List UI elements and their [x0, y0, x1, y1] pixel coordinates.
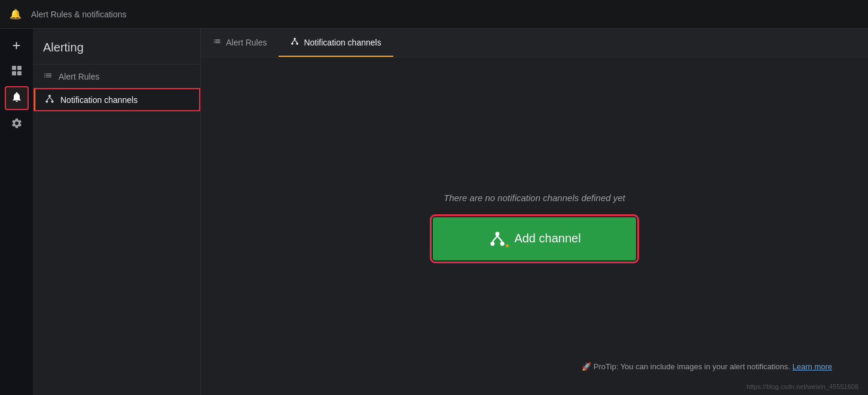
tab-notification-channels-label: Notification channels — [304, 38, 381, 47]
svg-rect-1 — [17, 66, 22, 70]
svg-point-5 — [45, 101, 48, 103]
svg-line-12 — [292, 40, 295, 43]
bell-icon-top: 🔔 — [10, 8, 22, 20]
sidebar-item-alerting[interactable] — [5, 86, 29, 110]
sub-sidebar: Alerting Alert Rules Notification channe… — [33, 29, 201, 395]
page-content: There are no notification channels defin… — [201, 57, 868, 395]
main-layout: + — [0, 29, 868, 395]
url-watermark: https://blog.csdn.net/weixin_45551608 — [747, 383, 858, 390]
empty-state: There are no notification channels defin… — [433, 193, 636, 260]
protip: 🚀 ProTip: You can include images in your… — [582, 362, 832, 371]
tab-notification-channels[interactable]: Notification channels — [279, 29, 393, 57]
sub-sidebar-title: Alerting — [33, 29, 200, 65]
protip-text: 🚀 ProTip: You can include images in your… — [582, 362, 790, 371]
list-icon — [43, 71, 53, 82]
sidebar-notification-channels-label: Notification channels — [60, 95, 137, 105]
svg-rect-2 — [12, 71, 16, 75]
svg-point-15 — [491, 241, 495, 245]
svg-rect-0 — [12, 66, 16, 70]
icon-rail: + — [0, 29, 33, 395]
tab-alert-rules[interactable]: Alert Rules — [201, 29, 279, 57]
add-plus-badge: + — [505, 242, 510, 250]
sidebar-item-alert-rules[interactable]: Alert Rules — [33, 65, 200, 88]
grid-icon — [11, 65, 23, 80]
svg-point-4 — [48, 95, 51, 97]
svg-line-13 — [295, 40, 297, 43]
tabs-bar: Alert Rules Notification channels — [201, 29, 868, 57]
add-channel-button[interactable]: + Add channel — [433, 217, 636, 260]
tab-alert-rules-icon — [213, 37, 221, 47]
tab-channel-icon — [291, 37, 299, 47]
top-bar: 🔔 Alert Rules & notifications — [0, 0, 868, 29]
svg-line-17 — [493, 236, 497, 241]
sidebar-item-settings[interactable] — [5, 113, 29, 136]
svg-line-7 — [47, 97, 50, 100]
breadcrumb: 🔔 Alert Rules & notifications — [10, 8, 127, 20]
gear-icon — [11, 117, 23, 132]
bell-icon — [11, 91, 23, 106]
svg-rect-3 — [17, 71, 22, 75]
learn-more-link[interactable]: Learn more — [793, 362, 832, 371]
sidebar-item-notification-channels[interactable]: Notification channels — [33, 88, 200, 111]
svg-point-9 — [294, 38, 297, 40]
plus-icon: + — [12, 37, 20, 54]
sidebar-alert-rules-label: Alert Rules — [59, 72, 99, 81]
tab-alert-rules-label: Alert Rules — [226, 38, 267, 47]
channel-icon-sidebar — [45, 94, 54, 105]
empty-state-text: There are no notification channels defin… — [444, 193, 625, 203]
svg-point-14 — [496, 232, 500, 236]
svg-point-6 — [51, 101, 54, 103]
svg-point-10 — [292, 42, 294, 45]
sidebar-item-dashboards[interactable] — [5, 60, 29, 84]
svg-point-16 — [500, 241, 505, 245]
sidebar-item-add[interactable]: + — [5, 34, 29, 57]
svg-line-18 — [497, 236, 502, 241]
content-area: Alert Rules Notification channels — [201, 29, 868, 395]
breadcrumb-text: Alert Rules & notifications — [31, 10, 127, 19]
svg-line-8 — [50, 97, 53, 100]
add-channel-icon: + — [488, 229, 507, 248]
add-channel-label: Add channel — [514, 232, 580, 245]
svg-point-11 — [297, 42, 299, 45]
